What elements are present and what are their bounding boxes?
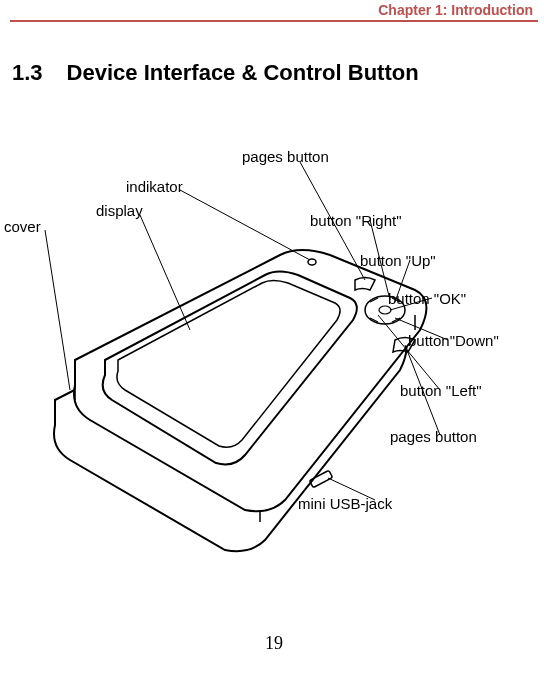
label-mini-usb: mini USB-jack bbox=[298, 495, 392, 512]
section-heading: 1.3Device Interface & Control Button bbox=[12, 60, 419, 86]
section-title: Device Interface & Control Button bbox=[67, 60, 419, 85]
label-button-down: button"Down" bbox=[408, 332, 499, 349]
label-button-up: button "Up" bbox=[360, 252, 436, 269]
label-indikator: indikator bbox=[126, 178, 183, 195]
svg-line-4 bbox=[45, 230, 70, 390]
chapter-header: Chapter 1: Introduction bbox=[378, 2, 533, 18]
label-pages-button-bottom: pages button bbox=[390, 428, 477, 445]
section-number: 1.3 bbox=[12, 60, 43, 86]
device-illustration bbox=[0, 140, 548, 580]
label-display: display bbox=[96, 202, 143, 219]
label-button-ok: button "OK" bbox=[388, 290, 466, 307]
header-divider bbox=[10, 20, 538, 22]
device-diagram: pages button indikator display cover but… bbox=[0, 140, 548, 580]
page-number: 19 bbox=[265, 633, 283, 654]
label-cover: cover bbox=[4, 218, 41, 235]
svg-line-6 bbox=[180, 190, 310, 260]
svg-line-5 bbox=[140, 215, 190, 330]
label-pages-button-top: pages button bbox=[242, 148, 329, 165]
label-button-right: button "Right" bbox=[310, 212, 402, 229]
label-button-left: button "Left" bbox=[400, 382, 482, 399]
